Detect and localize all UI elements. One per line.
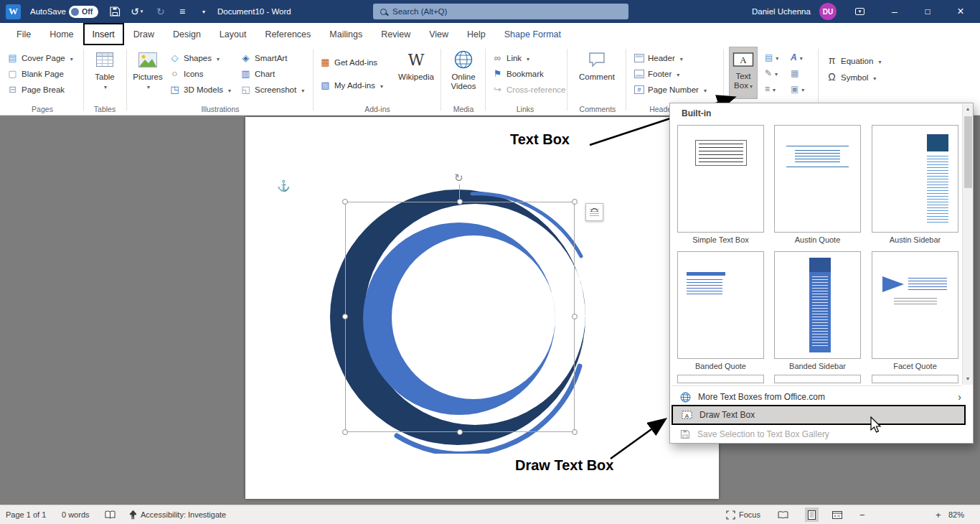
selection-handle-bottom-left[interactable]	[342, 429, 348, 435]
gallery-item-simple-text-box[interactable]: Simple Text Box	[677, 125, 764, 244]
tab-design[interactable]: Design	[164, 23, 210, 45]
online-videos-icon	[454, 47, 473, 72]
chart-button[interactable]: ▥ Chart	[240, 67, 275, 80]
tab-references[interactable]: References	[255, 23, 320, 45]
page-indicator[interactable]: Page 1 of 1	[6, 505, 46, 524]
object-button[interactable]: ▣	[791, 83, 804, 95]
gallery-item-banded-quote[interactable]: Banded Quote	[677, 251, 764, 370]
tab-draw[interactable]: Draw	[124, 23, 164, 45]
footer-button[interactable]: Footer	[634, 67, 679, 80]
zoom-in-button[interactable]: +	[936, 505, 941, 524]
tab-mailings[interactable]: Mailings	[320, 23, 372, 45]
gallery-item-austin-quote[interactable]: Austin Quote	[774, 125, 861, 244]
zoom-out-button[interactable]: −	[859, 505, 865, 524]
quick-parts-icon: ▤	[765, 52, 773, 62]
table-button[interactable]: Table	[88, 47, 122, 90]
equation-button[interactable]: π Equation	[826, 54, 881, 67]
selection-handle-middle-left[interactable]	[342, 314, 348, 319]
icons-button[interactable]: ○ Icons	[169, 67, 204, 80]
web-layout-button[interactable]	[832, 505, 842, 524]
draw-text-box-menu-item[interactable]: A Draw Text Box	[672, 405, 966, 425]
undo-button[interactable]: ↺▾	[131, 0, 143, 23]
quick-access-menu-button[interactable]: ≡	[179, 0, 185, 23]
signature-line-button[interactable]: ✎	[765, 67, 778, 80]
search-input[interactable]	[392, 7, 621, 16]
text-box-button[interactable]: A Text Box	[729, 47, 758, 99]
minimize-button[interactable]: –	[884, 0, 905, 23]
scroll-down-arrow[interactable]: ▾	[963, 374, 973, 384]
comment-button[interactable]: Comment	[574, 47, 620, 82]
date-time-button[interactable]: ▦	[791, 67, 798, 80]
screenshot-button[interactable]: ◱ Screenshot	[240, 83, 304, 96]
gallery-item-banded-sidebar[interactable]: Banded Sidebar	[774, 251, 861, 370]
selection-handle-bottom-right[interactable]	[572, 429, 578, 435]
get-addins-button[interactable]: ▦ Get Add-ins	[320, 55, 377, 69]
3d-models-button[interactable]: ◳ 3D Models	[169, 83, 231, 96]
redo-button[interactable]: ↻	[156, 0, 165, 23]
bookmark-button[interactable]: ⚑ Bookmark	[492, 67, 544, 80]
smartart-button[interactable]: ◈ SmartArt	[240, 51, 287, 65]
tab-review[interactable]: Review	[372, 23, 420, 45]
tab-help[interactable]: Help	[458, 23, 495, 45]
selection-handle-top-left[interactable]	[342, 199, 348, 205]
layout-options-button[interactable]	[585, 203, 603, 221]
gallery-item-partial[interactable]	[677, 375, 764, 383]
smartart-icon: ◈	[240, 53, 251, 62]
selection-handle-top-middle[interactable]	[457, 199, 463, 205]
my-addins-button[interactable]: ▧ My Add-ins	[320, 78, 383, 92]
focus-button[interactable]: Focus	[726, 505, 760, 524]
gallery-item-partial[interactable]	[774, 375, 861, 383]
selection-handle-middle-right[interactable]	[572, 314, 578, 319]
tab-view[interactable]: View	[420, 23, 458, 45]
more-text-boxes-menu-item[interactable]: More Text Boxes from Office.com ›	[672, 388, 966, 406]
user-avatar[interactable]: DU	[819, 0, 837, 23]
online-videos-button[interactable]: Online Videos	[445, 47, 482, 91]
shapes-label: Shapes	[184, 54, 212, 62]
blank-page-button[interactable]: ▢ Blank Page	[7, 67, 64, 80]
tab-home[interactable]: Home	[40, 23, 83, 45]
quick-parts-button[interactable]: ▤	[765, 51, 778, 64]
equation-icon: π	[826, 56, 837, 65]
word-count[interactable]: 0 words	[62, 505, 90, 524]
drop-cap-icon: ≡	[765, 84, 770, 94]
accessibility-status[interactable]: Accessibility: Investigate	[129, 505, 226, 524]
wordart-button[interactable]: A	[791, 51, 803, 64]
link-button[interactable]: ∞ Link	[492, 51, 529, 65]
autosave-toggle[interactable]: Off	[69, 0, 98, 23]
scrollbar-thumb[interactable]	[964, 116, 972, 188]
close-button[interactable]: ×	[950, 0, 971, 23]
selection-handle-bottom-middle[interactable]	[457, 429, 463, 435]
tab-insert[interactable]: Insert	[83, 23, 124, 45]
tab-file[interactable]: File	[7, 23, 40, 45]
page-number-button[interactable]: Page Number	[634, 83, 707, 96]
tab-layout[interactable]: Layout	[210, 23, 256, 45]
maximize-button[interactable]: □	[917, 0, 938, 23]
proofing-button[interactable]	[105, 505, 116, 524]
print-layout-button[interactable]	[805, 507, 819, 522]
customize-toolbar-button[interactable]: ▾	[202, 0, 205, 23]
read-mode-button[interactable]	[778, 505, 788, 524]
page-break-button[interactable]: ⊟ Page Break	[7, 83, 65, 96]
dropdown-scrollbar[interactable]: ▴ ▾	[962, 104, 973, 385]
cross-reference-button[interactable]: ↪ Cross-reference	[492, 83, 565, 96]
word-app-icon[interactable]: W	[6, 0, 21, 23]
cover-page-button[interactable]: ▤ Cover Page	[7, 51, 73, 65]
gallery-item-partial[interactable]	[872, 375, 958, 383]
rotation-handle[interactable]: ↻	[454, 172, 463, 184]
drop-cap-button[interactable]: ≡	[765, 83, 776, 95]
save-button[interactable]	[109, 0, 121, 23]
ribbon-display-options-button[interactable]: ▾	[855, 0, 864, 23]
zoom-level[interactable]: 82%	[948, 505, 964, 524]
shapes-button[interactable]: ◇ Shapes	[169, 51, 220, 65]
gallery-item-austin-sidebar[interactable]: Austin Sidebar	[872, 125, 958, 244]
wikipedia-button[interactable]: W Wikipedia	[396, 47, 436, 82]
gallery-item-facet-quote[interactable]: Facet Quote	[872, 251, 958, 370]
symbol-button[interactable]: Ω Symbol	[826, 70, 876, 84]
pictures-button[interactable]: Pictures	[131, 47, 165, 90]
search-box[interactable]	[373, 4, 628, 19]
save-selection-menu-item[interactable]: Save Selection to Text Box Gallery	[672, 426, 966, 443]
selection-handle-top-right[interactable]	[572, 199, 578, 205]
scroll-up-arrow[interactable]: ▴	[963, 104, 973, 114]
header-button[interactable]: Header	[634, 51, 683, 65]
tab-shape-format[interactable]: Shape Format	[495, 23, 570, 45]
